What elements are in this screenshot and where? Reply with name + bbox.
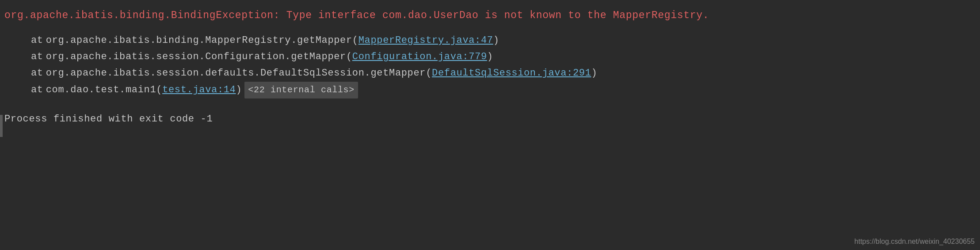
stack-method-1: org.apache.ibatis.binding.MapperRegistry… bbox=[46, 32, 358, 49]
at-keyword-4: at bbox=[31, 82, 43, 98]
stack-link-2[interactable]: Configuration.java:779 bbox=[352, 49, 487, 65]
at-keyword-2: at bbox=[31, 49, 43, 65]
process-line: Process finished with exit code -1 bbox=[4, 112, 976, 126]
stack-link-4[interactable]: test.java:14 bbox=[162, 82, 236, 98]
internal-calls-badge: <22 internal calls> bbox=[244, 82, 358, 98]
stack-link-3[interactable]: DefaultSqlSession.java:291 bbox=[432, 65, 591, 81]
left-indicator bbox=[0, 115, 3, 137]
stack-line-1: at org.apache.ibatis.binding.MapperRegis… bbox=[31, 32, 976, 49]
stack-link-1[interactable]: MapperRegistry.java:47 bbox=[358, 32, 493, 49]
at-keyword-3: at bbox=[31, 65, 43, 81]
watermark: https://blog.csdn.net/weixin_40230655 bbox=[854, 238, 975, 246]
stack-line-3: at org.apache.ibatis.session.defaults.De… bbox=[31, 65, 976, 81]
stack-method-3: org.apache.ibatis.session.defaults.Defau… bbox=[46, 65, 432, 81]
stack-line-4: at com.dao.test.main1(test.java:14)<22 i… bbox=[31, 82, 976, 98]
at-keyword-1: at bbox=[31, 32, 43, 49]
stack-line-2: at org.apache.ibatis.session.Configurati… bbox=[31, 49, 976, 65]
stack-trace-container: at org.apache.ibatis.binding.MapperRegis… bbox=[31, 32, 976, 98]
stack-method-4: com.dao.test.main1( bbox=[46, 82, 162, 98]
stack-method-2: org.apache.ibatis.session.Configuration.… bbox=[46, 49, 352, 65]
error-main-line: org.apache.ibatis.binding.BindingExcepti… bbox=[4, 8, 976, 23]
